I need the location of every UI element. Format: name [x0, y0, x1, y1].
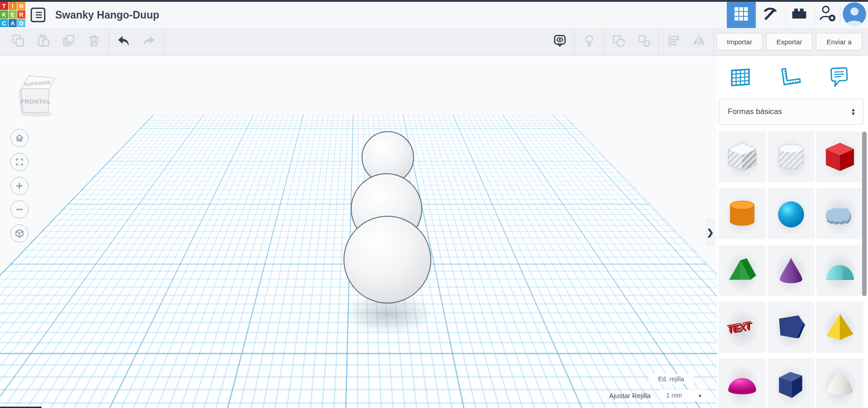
workplane-tool[interactable]	[728, 64, 755, 91]
shape-cilindro[interactable]	[719, 188, 766, 239]
cilindro-agujero-icon	[773, 139, 809, 175]
main-menu-button[interactable]	[30, 7, 46, 23]
logo-tile: N	[17, 2, 25, 10]
duplicate-icon	[62, 34, 76, 49]
shape-garabato[interactable]	[816, 188, 863, 239]
shape-caja-agujero[interactable]	[719, 131, 766, 182]
ungroup-icon	[637, 34, 651, 49]
texto-icon: TEXT TEXT	[725, 309, 760, 345]
garabato-icon	[822, 196, 858, 231]
shape-texto[interactable]: TEXT TEXT	[719, 302, 766, 353]
paraboloide-icon	[822, 366, 858, 402]
caja-icon	[822, 139, 858, 175]
brick-export-button[interactable]	[788, 5, 810, 24]
mirror-button[interactable]	[689, 32, 709, 52]
divider	[757, 4, 757, 25]
sphere-bottom[interactable]	[343, 216, 431, 304]
view-3d-design-button[interactable]	[727, 2, 756, 28]
shape-cilindro-agujero[interactable]	[768, 131, 815, 182]
techo-icon	[725, 253, 760, 288]
toolbar-divider	[109, 28, 109, 55]
edit-toolbar-right-group	[547, 28, 715, 55]
logo-tile: R	[17, 10, 25, 19]
shape-poligono[interactable]	[768, 358, 815, 408]
divider	[815, 4, 815, 25]
techo-redondeado-icon	[822, 253, 858, 288]
edit-toolbar-left-group	[5, 28, 166, 55]
design-title[interactable]: Swanky Hango-Duup	[55, 0, 159, 28]
logo-tile: I	[9, 2, 17, 10]
zoom-out-button[interactable]	[10, 200, 29, 218]
edit-grid-button[interactable]: Ed. rejilla	[649, 374, 694, 384]
toolbar-divider	[163, 28, 164, 55]
home-view-button[interactable]	[10, 129, 29, 147]
poligono-icon	[773, 366, 809, 402]
shape-piramide[interactable]	[816, 302, 863, 353]
panel-collapse-toggle[interactable]: ❯	[706, 219, 714, 245]
action-buttons: ImportarExportarEnviar a	[716, 33, 862, 50]
shape-semiesfera[interactable]	[719, 358, 766, 408]
shape-techo[interactable]	[719, 245, 766, 296]
enviar-a-button[interactable]: Enviar a	[816, 33, 862, 50]
caja-agujero-icon	[725, 139, 760, 175]
importar-button[interactable]: Importar	[716, 33, 763, 50]
shape-cono[interactable]	[768, 245, 815, 296]
panel-tool-icons	[717, 61, 863, 94]
undo-icon	[117, 34, 130, 49]
panel-scrollbar-thumb[interactable]	[862, 132, 867, 296]
avatar[interactable]	[843, 2, 866, 26]
view-cube[interactable]: SUPERIOR FRONTAL	[14, 67, 61, 119]
align-button[interactable]	[663, 32, 683, 52]
perspective-button[interactable]	[10, 224, 29, 242]
caret-up-icon: ▲	[698, 389, 702, 401]
viewcube-front-label: FRONTAL	[21, 98, 51, 105]
minecraft-export-button[interactable]	[759, 5, 781, 24]
ungroup-button[interactable]	[634, 32, 654, 52]
show-all-icon	[553, 34, 567, 49]
divider	[786, 4, 786, 25]
copy-button[interactable]	[8, 32, 28, 52]
minecraft-pickaxe-icon	[761, 5, 779, 24]
show-all-button[interactable]	[550, 32, 570, 52]
shape-esfera[interactable]	[768, 188, 815, 239]
cuna-icon	[773, 309, 809, 345]
shape-category-value: Formas básicas	[728, 107, 851, 116]
fit-view-button[interactable]	[10, 153, 29, 171]
invite-button[interactable]	[816, 5, 838, 24]
delete-button[interactable]	[84, 32, 104, 52]
ruler-tool[interactable]	[777, 64, 804, 91]
mirror-icon	[692, 34, 706, 49]
logo-tile: T	[0, 2, 8, 10]
zoom-in-button[interactable]	[10, 177, 29, 195]
light-button[interactable]	[579, 32, 599, 52]
shape-techo-redondeado[interactable]	[816, 245, 863, 296]
shape-paraboloide[interactable]	[816, 358, 863, 408]
toolbar-divider	[713, 28, 714, 55]
edit-toolbar: ImportarExportarEnviar a	[0, 28, 868, 56]
paste-icon	[37, 34, 50, 49]
paste-button[interactable]	[33, 32, 53, 52]
undo-button[interactable]	[114, 32, 134, 52]
semiesfera-icon	[725, 366, 760, 402]
copy-icon	[11, 34, 25, 49]
snap-grid-select[interactable]: 1 mm ▲	[660, 389, 707, 401]
tinkercad-logo[interactable]: TINKERCAD	[0, 2, 26, 28]
cono-icon	[773, 253, 809, 288]
snap-grid-label: Ajustar Rejilla	[609, 392, 651, 399]
person-add-icon	[818, 4, 837, 25]
shape-category-dropdown[interactable]: Formas básicas ▲▼	[719, 99, 863, 125]
logo-tile: E	[9, 10, 17, 19]
logo-tile: C	[0, 19, 8, 27]
esfera-icon	[773, 196, 809, 231]
top-bar: TINKERCAD Swanky Hango-Duup	[0, 0, 868, 28]
exportar-button[interactable]: Exportar	[766, 33, 812, 50]
group-button[interactable]	[609, 32, 629, 52]
divider	[840, 4, 840, 25]
shape-cuna[interactable]	[768, 302, 815, 353]
canvas-viewport[interactable]: SUPERIOR FRONTAL Ed. rejilla Ajustar Rej…	[0, 56, 717, 408]
group-icon	[612, 34, 625, 49]
redo-button[interactable]	[139, 32, 159, 52]
notes-tool[interactable]	[825, 64, 853, 91]
shape-caja[interactable]	[816, 131, 863, 182]
duplicate-button[interactable]	[59, 32, 79, 52]
